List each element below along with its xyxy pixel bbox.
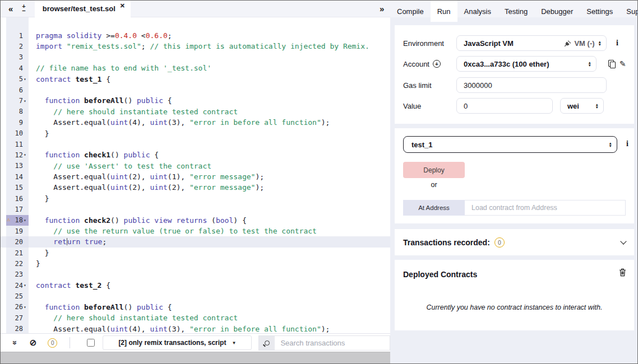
gutter-line-number[interactable]: 4: [6, 63, 29, 73]
gas-limit-input[interactable]: [456, 77, 607, 93]
gutter-line-number[interactable]: 11: [6, 139, 29, 150]
editor-line-22[interactable]: 22}: [1, 258, 390, 269]
editor-line-9[interactable]: 9 Assert.equal(uint(4), uint(3), "error …: [1, 117, 390, 128]
fold-arrow-icon[interactable]: ▾: [24, 305, 29, 310]
edit-account-icon[interactable]: ✎: [619, 59, 626, 68]
code-text[interactable]: function check1() public {: [29, 150, 390, 160]
tab-testing[interactable]: Testing: [498, 1, 534, 22]
gutter-line-number[interactable]: 19: [6, 226, 29, 236]
gutter-line-number[interactable]: 1: [6, 30, 29, 41]
gutter-line-number[interactable]: 14: [6, 171, 29, 182]
close-tab-icon[interactable]: ✕: [120, 2, 125, 10]
code-text[interactable]: // use 'Assert' to test the contract: [29, 161, 390, 171]
gutter-line-number[interactable]: 13: [6, 161, 29, 171]
editor-line-15[interactable]: 15 Assert.equal(uint(2), uint(2), "error…: [1, 182, 390, 193]
code-text[interactable]: function check2() public view returns (b…: [29, 215, 390, 226]
contract-select[interactable]: test_1 ▲▼: [403, 136, 617, 153]
editor-line-14[interactable]: 14 Assert.equal(uint(2), uint(1), "error…: [1, 171, 390, 182]
code-text[interactable]: }: [29, 193, 390, 204]
editor-line-17[interactable]: 17: [1, 204, 390, 214]
editor-line-19[interactable]: 19 // use the return value (true or fals…: [1, 226, 390, 236]
code-text[interactable]: Assert.equal(uint(2), uint(1), "error me…: [29, 171, 390, 182]
code-text[interactable]: function beforeAll() public {: [29, 95, 390, 106]
editor-line-26[interactable]: 26▾ function beforeAll() public {: [1, 302, 390, 312]
create-account-icon[interactable]: +: [433, 60, 441, 68]
code-editor[interactable]: 1pragma solidity >=0.4.0 <0.6.0;2import …: [1, 17, 390, 333]
chevron-down-icon[interactable]: [620, 238, 626, 244]
fold-arrow-icon[interactable]: ▾: [24, 218, 29, 223]
editor-line-23[interactable]: 23: [1, 269, 390, 280]
editor-line-13[interactable]: 13 // use 'Assert' to test the contract: [1, 161, 390, 171]
code-text[interactable]: Assert.equal(uint(4), uint(3), "error in…: [29, 117, 390, 128]
editor-line-4[interactable]: 4// file name has to end with '_test.sol…: [1, 63, 390, 73]
environment-select[interactable]: JavaScript VM VM (-) ▲▼: [456, 35, 607, 51]
deploy-button[interactable]: Deploy: [403, 162, 465, 178]
editor-line-27[interactable]: 27 // here should instantiate tested con…: [1, 312, 390, 323]
editor-line-18[interactable]: ⚠18▾ function check2() public view retur…: [1, 215, 390, 226]
gutter-line-number[interactable]: 22: [6, 258, 29, 269]
gutter-line-number[interactable]: 24▾: [6, 280, 29, 291]
search-transactions-input[interactable]: [275, 339, 390, 347]
gutter-line-number[interactable]: 28: [6, 324, 29, 333]
value-unit-select[interactable]: wei ▲▼: [560, 98, 604, 114]
tab-compile[interactable]: Compile: [390, 1, 431, 22]
expand-panel-icon[interactable]: »: [380, 4, 384, 13]
editor-line-24[interactable]: 24▾contract test_2 {: [1, 280, 390, 291]
tab-run[interactable]: Run: [431, 1, 457, 22]
gutter-line-number[interactable]: 27: [6, 312, 29, 323]
tab-settings[interactable]: Settings: [580, 1, 619, 22]
code-text[interactable]: }: [29, 258, 390, 269]
clear-console-icon[interactable]: ⊘: [30, 338, 37, 348]
editor-line-7[interactable]: 7▾ function beforeAll() public {: [1, 95, 390, 106]
tab-debugger[interactable]: Debugger: [534, 1, 580, 22]
code-text[interactable]: Assert.equal(uint(4), uint(3), "error in…: [29, 324, 390, 333]
trash-icon[interactable]: [619, 268, 626, 279]
code-text[interactable]: // here should instantiate tested contra…: [29, 106, 390, 117]
terminal-expand-icon[interactable]: »: [11, 340, 20, 345]
account-select[interactable]: 0xca3...a733c (100 ether) ▲▼: [456, 56, 597, 72]
fold-arrow-icon[interactable]: ▾: [24, 152, 29, 157]
editor-line-12[interactable]: 12▾ function check1() public {: [1, 150, 390, 160]
code-text[interactable]: }: [29, 128, 390, 139]
code-text[interactable]: // here should instantiate tested contra…: [29, 312, 390, 323]
gutter-line-number[interactable]: 2: [6, 41, 29, 52]
gutter-line-number[interactable]: 20: [6, 236, 29, 247]
listen-network-checkbox[interactable]: [87, 339, 95, 347]
gutter-warning-line[interactable]: ⚠18▾: [6, 215, 29, 226]
terminal-filter-dropdown[interactable]: [2] only remix transactions, script ▼: [103, 335, 252, 350]
gutter-line-number[interactable]: 16: [6, 193, 29, 204]
editor-line-28[interactable]: 28 Assert.equal(uint(4), uint(3), "error…: [1, 324, 390, 333]
editor-line-3[interactable]: 3: [1, 52, 390, 63]
gutter-line-number[interactable]: 21: [6, 248, 29, 258]
gutter-line-number[interactable]: 8: [6, 106, 29, 117]
code-text[interactable]: function beforeAll() public {: [29, 302, 390, 312]
editor-line-11[interactable]: 11: [1, 139, 390, 150]
file-tab[interactable]: browser/test_test.sol ✕: [35, 1, 131, 17]
editor-line-25[interactable]: 25: [1, 291, 390, 301]
code-text[interactable]: contract test_2 {: [29, 280, 390, 291]
gutter-line-number[interactable]: 6: [6, 85, 29, 95]
gutter-line-number[interactable]: 5▾: [6, 74, 29, 85]
load-contract-address-input[interactable]: [465, 200, 626, 216]
code-text[interactable]: import "remix_tests.sol"; // this import…: [29, 41, 390, 52]
contract-info-icon[interactable]: i: [626, 139, 628, 148]
tab-support[interactable]: Support: [619, 1, 638, 22]
code-text[interactable]: return true;: [29, 236, 390, 247]
tab-analysis[interactable]: Analysis: [457, 1, 498, 22]
code-text[interactable]: }: [29, 248, 390, 258]
gutter-line-number[interactable]: 23: [6, 269, 29, 280]
gutter-line-number[interactable]: 3: [6, 52, 29, 63]
editor-line-8[interactable]: 8 // here should instantiate tested cont…: [1, 106, 390, 117]
value-input[interactable]: [456, 98, 553, 114]
gutter-line-number[interactable]: 12▾: [6, 150, 29, 160]
editor-line-6[interactable]: 6: [1, 85, 390, 95]
gutter-line-number[interactable]: 26▾: [6, 302, 29, 312]
editor-line-16[interactable]: 16 }: [1, 193, 390, 204]
gutter-line-number[interactable]: 15: [6, 182, 29, 193]
fold-arrow-icon[interactable]: ▾: [24, 77, 29, 82]
at-address-button[interactable]: At Address: [403, 200, 465, 216]
font-decrease-button[interactable]: −: [22, 9, 25, 13]
editor-line-1[interactable]: 1pragma solidity >=0.4.0 <0.6.0;: [1, 30, 390, 41]
editor-line-2[interactable]: 2import "remix_tests.sol"; // this impor…: [1, 41, 390, 52]
terminal-content-area[interactable]: [1, 352, 390, 364]
